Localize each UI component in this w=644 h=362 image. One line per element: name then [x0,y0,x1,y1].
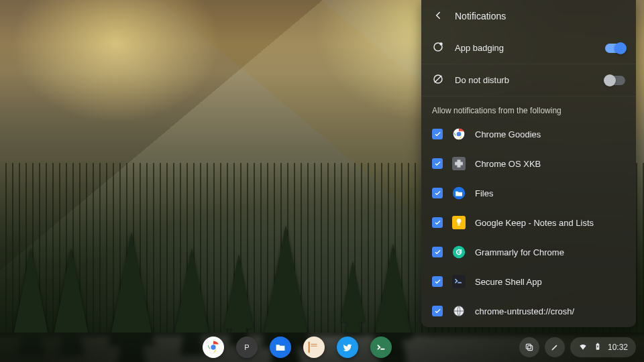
app-permission-row[interactable]: Grammarly for Chrome [421,237,636,267]
app-permission-name: Grammarly for Chrome [475,247,564,257]
dnd-toggle[interactable] [605,76,625,85]
wallpaper-tree [13,248,48,335]
chrome-icon [452,127,466,141]
app-permission-name: chrome-untrusted://crosh/ [475,306,574,316]
app-permission-checkbox[interactable] [432,158,443,169]
shelf-app-chrome[interactable] [203,337,224,358]
wallpaper-tree [174,248,209,335]
puzzle-icon [452,157,466,170]
dnd-row[interactable]: Do not disturb [421,64,636,97]
battery-icon [593,342,602,353]
app-permission-row[interactable]: Google Keep - Notes and Lists [421,208,636,237]
wifi-icon [578,342,588,353]
shelf-app-terminal[interactable] [370,337,392,358]
app-permission-checkbox[interactable] [432,247,443,257]
status-tray[interactable]: 10:32 [570,337,636,357]
app-badging-row[interactable]: App badging [421,32,636,64]
app-badging-label: App badging [455,43,594,53]
wallpaper-tree [374,244,412,340]
app-permission-name: Google Keep - Notes and Lists [475,218,594,228]
app-permission-checkbox[interactable] [432,306,443,316]
svg-point-5 [457,132,462,137]
terminal-dark-icon [452,275,466,288]
svg-rect-21 [309,342,310,353]
wallpaper-tree [224,255,254,329]
globe-icon [452,304,466,318]
dnd-icon [432,73,444,87]
allowed-apps-list: Chrome GoodiesChrome OS XKBFilesGoogle K… [421,119,636,327]
shelf: P 10:32 [0,333,644,362]
svg-rect-27 [597,343,598,343]
svg-point-14 [211,345,215,349]
tray-overview-button[interactable] [519,337,539,357]
dnd-label: Do not disturb [455,75,594,85]
app-permission-checkbox[interactable] [432,217,443,228]
allow-notifications-label: Allow notifications from the following [421,97,636,119]
svg-rect-24 [526,344,531,349]
app-permission-row[interactable]: chrome-untrusted://crosh/ [421,296,636,326]
folder-icon [452,186,466,200]
app-badging-toggle[interactable] [605,44,625,53]
wallpaper-tree [341,261,365,322]
app-permission-row[interactable]: Files [421,178,636,208]
svg-rect-18 [309,342,319,353]
grammarly-icon [452,245,466,259]
app-permission-checkbox[interactable] [432,188,443,198]
app-permission-name: Secure Shell App [475,277,542,287]
shelf-apps: P [203,337,392,358]
shelf-app-p-app[interactable]: P [236,337,258,358]
app-permission-row[interactable]: Chrome OS XKB [421,149,636,178]
clock: 10:32 [608,343,628,352]
wallpaper-tree [109,233,154,346]
notifications-panel: Notifications App badging Do not disturb… [421,0,636,327]
app-permission-name: Chrome Goodies [475,129,541,139]
keep-icon [452,216,466,229]
shelf-app-notes[interactable] [303,337,325,358]
app-permission-row[interactable]: Chrome Goodies [421,119,636,149]
app-permission-checkbox[interactable] [432,129,443,139]
app-permission-name: Files [475,188,493,198]
back-button[interactable] [432,9,444,23]
shelf-app-twitter[interactable] [337,337,358,358]
wallpaper-tree [262,225,311,347]
panel-title: Notifications [455,11,506,21]
shelf-app-files[interactable] [270,337,291,358]
tray-stylus-button[interactable] [545,337,565,357]
app-permission-row[interactable]: Secure Shell App [421,267,636,296]
app-permission-checkbox[interactable] [432,276,443,287]
app-permission-name: Chrome OS XKB [475,159,541,169]
badge-icon [432,41,444,55]
svg-line-3 [435,76,442,83]
svg-point-1 [439,42,443,46]
svg-rect-25 [528,346,533,351]
wallpaper-tree [54,248,89,335]
svg-rect-10 [452,275,466,288]
svg-point-23 [374,340,388,355]
svg-text:P: P [244,343,249,351]
